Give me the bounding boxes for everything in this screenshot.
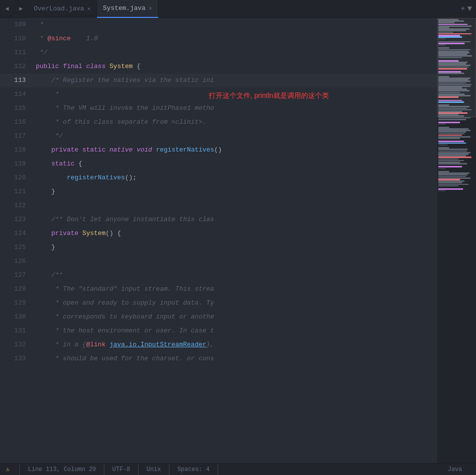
line-number-119: 119 xyxy=(0,157,36,171)
warning-icon: ⚠ xyxy=(6,466,9,473)
code-line-119: 119 static { xyxy=(0,157,437,171)
editor-area: 109 * 110 * @since 1.0 111 */ 112 public… xyxy=(0,18,476,463)
code-line-126: 126 xyxy=(0,254,437,268)
line-content-117: */ xyxy=(36,129,437,143)
line-content-123: /** Don't let anyone instantiate this cl… xyxy=(36,213,437,227)
line-content-113: /* Register the natives via the static i… xyxy=(36,74,437,87)
line-number-112: 112 xyxy=(0,60,36,74)
line-content-116: * of this class separate from <clinit>. xyxy=(36,115,437,129)
line-number-109: 109 xyxy=(0,18,36,32)
tab-overload-close[interactable]: ✕ xyxy=(87,5,90,12)
line-content-133: * should be used for the charset. or con… xyxy=(36,352,437,366)
line-content-131: * the host environment or user. In case … xyxy=(36,324,437,338)
tab-system-close[interactable]: ✕ xyxy=(149,5,152,11)
line-number-123: 123 xyxy=(0,213,36,227)
code-line-132: 132 * in a {@link java.io.InputStreamRea… xyxy=(0,338,437,352)
line-number-122: 122 xyxy=(0,199,36,213)
line-number-130: 130 xyxy=(0,310,36,324)
line-content-119: static { xyxy=(36,157,437,171)
code-line-133: 133 * should be used for the charset. or… xyxy=(0,352,437,366)
line-content-118: private static native void registerNativ… xyxy=(36,143,437,157)
line-number-116: 116 xyxy=(0,115,36,129)
line-content-132: * in a {@link java.io.InputStreamReader}… xyxy=(36,338,437,352)
line-content-128: * The "standard" input stream. This stre… xyxy=(36,282,437,296)
line-number-128: 128 xyxy=(0,282,36,296)
code-line-121: 121 } xyxy=(0,185,437,199)
tab-prev-btn[interactable]: ◀ xyxy=(0,0,14,18)
line-number-114: 114 xyxy=(0,87,36,101)
line-content-130: * corresponds to keyboard input or anoth… xyxy=(36,310,437,324)
line-ending-text: Unix xyxy=(147,466,161,473)
minimap-viewport[interactable] xyxy=(437,18,476,117)
line-number-113: 113 xyxy=(0,74,36,87)
tab-system[interactable]: System.java ✕ xyxy=(97,0,158,18)
tab-overload[interactable]: OverLoad.java ✕ xyxy=(28,0,97,18)
code-line-130: 130 * corresponds to keyboard input or a… xyxy=(0,310,437,324)
encoding-text: UTF-8 xyxy=(112,466,130,473)
tab-system-label: System.java xyxy=(103,4,146,12)
line-number-115: 115 xyxy=(0,101,36,115)
code-line-123: 123 /** Don't let anyone instantiate thi… xyxy=(0,213,437,227)
line-number-127: 127 xyxy=(0,268,36,282)
code-line-120: 120 registerNatives(); xyxy=(0,171,437,185)
status-line-ending[interactable]: Unix xyxy=(139,464,169,475)
code-line-111: 111 */ xyxy=(0,46,437,60)
code-line-125: 125 } xyxy=(0,240,437,254)
tab-next-btn[interactable]: ▶ xyxy=(14,0,28,18)
code-line-117: 117 */ xyxy=(0,129,437,143)
code-line-112: 112 public final class System { xyxy=(0,60,437,74)
status-language[interactable]: Java xyxy=(440,464,470,475)
status-encoding[interactable]: UTF-8 xyxy=(104,464,139,475)
line-number-133: 133 xyxy=(0,352,36,366)
line-number-124: 124 xyxy=(0,227,36,240)
line-content-112: public final class System { xyxy=(36,60,437,74)
code-line-113: 113 /* Register the natives via the stat… xyxy=(0,74,437,87)
line-content-110: * @since 1.0 xyxy=(36,32,437,46)
line-number-118: 118 xyxy=(0,143,36,157)
line-content-124: private System() { xyxy=(36,227,437,240)
line-content-111: */ xyxy=(36,46,437,60)
indent-text: Spaces: 4 xyxy=(177,466,210,473)
line-content-114: * xyxy=(36,87,437,101)
line-number-110: 110 xyxy=(0,32,36,46)
line-content-125: } xyxy=(36,240,437,254)
code-editor[interactable]: 109 * 110 * @since 1.0 111 */ 112 public… xyxy=(0,18,437,463)
code-line-110: 110 * @since 1.0 xyxy=(0,32,437,46)
code-line-129: 129 * open and ready to supply input dat… xyxy=(0,296,437,310)
status-warning-icon: ⚠ xyxy=(6,464,20,475)
code-line-124: 124 private System() { xyxy=(0,227,437,240)
tab-menu-icon[interactable]: ▼ xyxy=(467,4,472,13)
line-number-131: 131 xyxy=(0,324,36,338)
line-number-111: 111 xyxy=(0,46,36,60)
line-content-127: /** xyxy=(36,268,437,282)
code-line-114: 114 * xyxy=(0,87,437,101)
tab-add-area[interactable]: + ▼ xyxy=(461,4,476,13)
code-line-122: 122 xyxy=(0,199,437,213)
code-line-131: 131 * the host environment or user. In c… xyxy=(0,324,437,338)
line-number-121: 121 xyxy=(0,185,36,199)
status-line-col[interactable]: Line 113, Column 29 xyxy=(20,464,104,475)
add-tab-icon[interactable]: + xyxy=(461,4,466,13)
line-content-109: * xyxy=(36,18,437,32)
line-number-125: 125 xyxy=(0,240,36,254)
line-content-120: registerNatives(); xyxy=(36,171,437,185)
line-content-115: * The VM will invoke the initPhase1 meth… xyxy=(36,101,437,115)
minimap xyxy=(437,18,476,463)
status-indent[interactable]: Spaces: 4 xyxy=(169,464,218,475)
code-line-109: 109 * xyxy=(0,18,437,32)
code-content: 109 * 110 * @since 1.0 111 */ 112 public… xyxy=(0,18,437,463)
code-line-116: 116 * of this class separate from <clini… xyxy=(0,115,437,129)
line-number-117: 117 xyxy=(0,129,36,143)
line-number-129: 129 xyxy=(0,296,36,310)
line-content-121: } xyxy=(36,185,437,199)
line-content-129: * open and ready to supply input data. T… xyxy=(36,296,437,310)
line-number-132: 132 xyxy=(0,338,36,352)
code-line-118: 118 private static native void registerN… xyxy=(0,143,437,157)
status-bar: ⚠ Line 113, Column 29 UTF-8 Unix Spaces:… xyxy=(0,463,476,475)
tab-overload-label: OverLoad.java xyxy=(34,5,84,12)
code-line-115: 115 * The VM will invoke the initPhase1 … xyxy=(0,101,437,115)
line-number-126: 126 xyxy=(0,254,36,268)
code-line-128: 128 * The "standard" input stream. This … xyxy=(0,282,437,296)
code-line-127: 127 /** xyxy=(0,268,437,282)
tab-bar: ◀ ▶ OverLoad.java ✕ System.java ✕ + ▼ xyxy=(0,0,476,18)
